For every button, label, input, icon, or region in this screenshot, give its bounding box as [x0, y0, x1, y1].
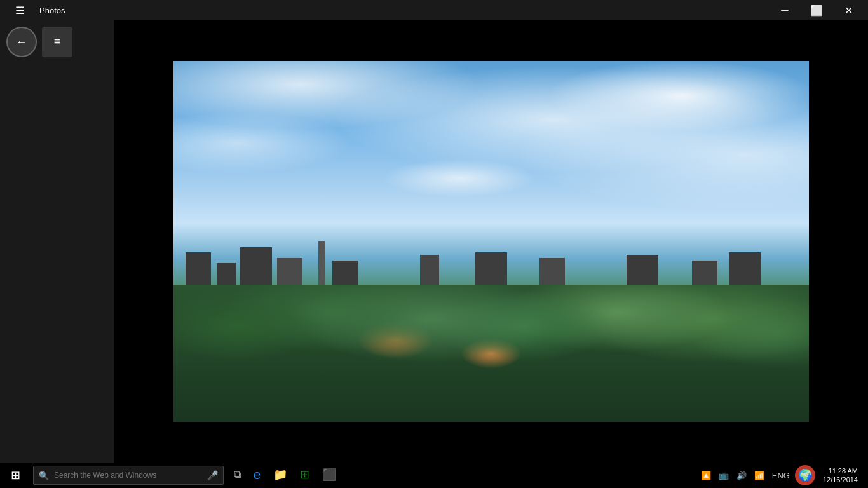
top-buttons: ← ≡: [6, 27, 108, 57]
back-icon: ←: [16, 36, 27, 49]
excel-icon: ⊞: [300, 468, 309, 482]
close-button[interactable]: ✕: [834, 0, 863, 20]
close-icon: ✕: [844, 4, 853, 17]
search-bar[interactable]: 🔍 🎤: [33, 466, 224, 485]
task-view-button[interactable]: ⧉: [229, 463, 246, 488]
folder-icon: 📁: [273, 468, 287, 482]
edge-browser-button[interactable]: e: [248, 463, 266, 488]
network-status-icon[interactable]: 📶: [752, 471, 767, 480]
minimize-icon: ─: [781, 4, 788, 16]
taskbar-app-icons: ⧉ e 📁 ⊞ ⬛: [229, 463, 341, 488]
system-clock[interactable]: 11:28 AM 12/16/2014: [818, 466, 863, 485]
clock-date: 12/16/2014: [823, 475, 858, 484]
search-icon: 🔍: [39, 471, 49, 480]
app5-icon: ⬛: [322, 468, 336, 482]
app5-button[interactable]: ⬛: [317, 463, 341, 488]
app-content: ← ≡: [0, 20, 868, 463]
clock-time: 11:28 AM: [823, 466, 858, 475]
minimize-button[interactable]: ─: [770, 0, 799, 20]
maximize-icon: ⬜: [810, 4, 823, 17]
network-icon[interactable]: 🔼: [698, 471, 714, 480]
excel-button[interactable]: ⊞: [295, 463, 315, 488]
hamburger-menu-button[interactable]: ☰: [5, 0, 34, 20]
back-button[interactable]: ←: [6, 27, 37, 57]
left-panel: ← ≡: [0, 20, 114, 463]
taskbar-right: 🔼 📺 🔊 📶 ENG 🌍 11:28 AM 12/16/2014: [698, 465, 868, 485]
file-explorer-button[interactable]: 📁: [268, 463, 292, 488]
windows-icon: ⊞: [11, 468, 20, 482]
audio-icon[interactable]: 🔊: [734, 471, 749, 480]
display-icon[interactable]: 📺: [716, 471, 731, 480]
menu-icon: ≡: [54, 36, 61, 49]
titlebar-left: ☰ Photos: [5, 0, 65, 20]
menu-button[interactable]: ≡: [42, 27, 72, 57]
photo-container: [173, 61, 809, 422]
microphone-icon: 🎤: [207, 470, 218, 480]
start-button[interactable]: ⊞: [0, 463, 31, 488]
maximize-button[interactable]: ⬜: [802, 0, 831, 20]
language-label[interactable]: ENG: [770, 471, 792, 480]
avatar-icon: 🌍: [798, 468, 812, 482]
task-view-icon: ⧉: [234, 469, 241, 480]
taskbar: ⊞ 🔍 🎤 ⧉ e 📁 ⊞ ⬛ 🔼 📺 🔊 📶 ENG 🌍 1: [0, 463, 868, 488]
edge-icon: e: [254, 468, 261, 482]
app-title: Photos: [39, 6, 65, 15]
photo-area: [114, 20, 868, 463]
trees-layer: [173, 285, 809, 422]
window-controls: ─ ⬜ ✕: [770, 0, 863, 20]
user-avatar[interactable]: 🌍: [795, 465, 815, 485]
photo-image: [173, 61, 809, 422]
hamburger-icon: ☰: [15, 4, 24, 17]
search-input[interactable]: [54, 471, 202, 480]
title-bar: ☰ Photos ─ ⬜ ✕: [0, 0, 868, 20]
